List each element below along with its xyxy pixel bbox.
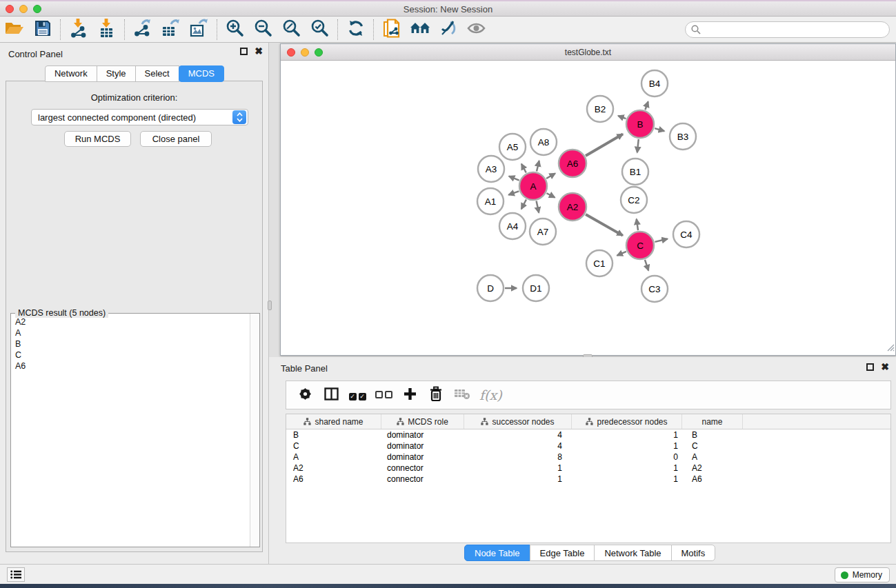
graph-edge-A-A8[interactable] <box>537 161 539 171</box>
table-row[interactable]: A2connector11A2 <box>286 463 890 474</box>
search-input[interactable] <box>685 21 890 38</box>
table-row[interactable]: Bdominator41B <box>286 429 890 440</box>
graph-edge-C-C1[interactable] <box>617 252 626 256</box>
graph-edge-A-A6[interactable] <box>546 174 555 179</box>
graph-edge-C-C4[interactable] <box>655 239 667 242</box>
graph-node-C1[interactable]: C1 <box>586 250 613 276</box>
deselect-all-button[interactable] <box>370 383 397 407</box>
column-header-name[interactable]: name <box>682 414 743 429</box>
hide-selected-button[interactable] <box>434 18 462 41</box>
function-builder-button[interactable]: f(x) <box>479 387 502 403</box>
tab-network-table[interactable]: Network Table <box>594 545 671 561</box>
graph-node-A7[interactable]: A7 <box>530 219 556 245</box>
graph-node-C[interactable]: C <box>626 232 654 259</box>
graph-node-B1[interactable]: B1 <box>622 159 648 185</box>
graph-node-B3[interactable]: B3 <box>670 123 696 150</box>
mcds-result-item[interactable]: A <box>11 327 250 338</box>
graph-edge-B-B4[interactable] <box>645 101 648 110</box>
mcds-result-item[interactable]: B <box>11 338 250 349</box>
network-window-titlebar[interactable]: testGlobe.txt <box>281 44 895 61</box>
table-row[interactable]: A6connector11A6 <box>286 474 890 485</box>
create-column-button[interactable] <box>397 383 423 407</box>
graph-edge-A6-B[interactable] <box>586 134 623 156</box>
graph-edge-A-A5[interactable] <box>521 164 526 173</box>
zoom-in-button[interactable] <box>221 18 249 41</box>
first-neighbors-button[interactable] <box>406 18 434 41</box>
window-resize-grip[interactable] <box>886 342 895 354</box>
delete-column-button[interactable] <box>423 383 449 407</box>
mcds-result-item[interactable]: A2 <box>11 316 250 327</box>
tab-network[interactable]: Network <box>45 65 97 82</box>
graph-edge-A-A7[interactable] <box>537 201 539 213</box>
criterion-dropdown[interactable]: largest connected component (directed) <box>31 109 248 125</box>
float-panel-icon[interactable] <box>240 48 248 55</box>
mcds-result-item[interactable]: C <box>11 349 250 361</box>
close-table-panel-icon[interactable]: ✖ <box>881 363 889 371</box>
graph-node-A4[interactable]: A4 <box>499 213 526 239</box>
export-table-button[interactable] <box>157 18 185 41</box>
zoom-selected-button[interactable] <box>306 18 334 41</box>
graph-node-A8[interactable]: A8 <box>530 129 557 155</box>
graph-edge-A-A2[interactable] <box>546 193 555 197</box>
graph-node-B4[interactable]: B4 <box>641 70 668 97</box>
table-row[interactable]: Adominator80A <box>286 452 890 463</box>
tab-edge-table[interactable]: Edge Table <box>530 545 595 561</box>
close-panel-button[interactable]: Close panel <box>140 131 212 147</box>
graph-node-B2[interactable]: B2 <box>587 96 613 122</box>
column-header-predecessor-nodes[interactable]: predecessor nodes <box>572 414 682 429</box>
run-mcds-button[interactable]: Run MCDS <box>64 131 131 147</box>
graph-edge-A-A3[interactable] <box>509 176 519 181</box>
export-network-button[interactable] <box>128 18 157 41</box>
graph-edge-C-C3[interactable] <box>645 260 648 271</box>
float-table-panel-icon[interactable] <box>866 363 874 371</box>
graph-node-A5[interactable]: A5 <box>499 134 526 160</box>
show-columns-button[interactable] <box>318 383 344 407</box>
tab-motifs[interactable]: Motifs <box>671 545 716 561</box>
vertical-splitter-handle[interactable] <box>268 301 272 310</box>
graph-edge-B-B2[interactable] <box>618 116 626 119</box>
graph-edge-A2-C[interactable] <box>586 214 623 236</box>
graph-edge-C-C2[interactable] <box>637 219 638 230</box>
graph-edge-A-A4[interactable] <box>521 200 526 210</box>
save-session-button[interactable] <box>28 18 57 41</box>
graph-node-A1[interactable]: A1 <box>477 188 504 214</box>
select-all-button[interactable]: ✓✓ <box>344 383 370 407</box>
table-row[interactable]: Cdominator41C <box>286 440 890 452</box>
graph-node-C3[interactable]: C3 <box>641 276 668 302</box>
column-header-shared-name[interactable]: shared name <box>286 414 381 429</box>
memory-button[interactable]: Memory <box>835 567 890 582</box>
graph-node-D[interactable]: D <box>477 275 504 301</box>
graph-edge-B-B3[interactable] <box>655 128 664 131</box>
import-table-button[interactable] <box>92 18 121 41</box>
tab-style[interactable]: Style <box>97 65 136 82</box>
zoom-out-button[interactable] <box>249 18 277 41</box>
graph-edge-B-B1[interactable] <box>637 139 639 152</box>
network-canvas[interactable]: B4B2BB3A5A8A6A3B1AA1C2A2A4A7C4CC1C3DD1 <box>281 61 895 355</box>
graph-node-B[interactable]: B <box>626 110 654 138</box>
task-history-button[interactable] <box>7 567 25 582</box>
close-panel-icon[interactable]: ✖ <box>255 48 263 55</box>
graph-node-A[interactable]: A <box>519 172 547 200</box>
graph-node-C2[interactable]: C2 <box>621 187 647 213</box>
graph-node-A2[interactable]: A2 <box>559 193 586 221</box>
zoom-fit-button[interactable] <box>277 18 306 41</box>
show-all-button[interactable] <box>462 18 490 41</box>
graph-node-C4[interactable]: C4 <box>673 221 699 247</box>
column-header-successor-nodes[interactable]: successor nodes <box>464 414 572 429</box>
column-header-mcds-role[interactable]: MCDS role <box>381 414 464 429</box>
graph-node-A6[interactable]: A6 <box>559 150 586 177</box>
tab-select[interactable]: Select <box>135 65 179 82</box>
graph-node-A3[interactable]: A3 <box>478 156 504 182</box>
mcds-result-item[interactable]: A6 <box>11 361 250 372</box>
apply-layout-button[interactable] <box>341 18 370 41</box>
table-options-button[interactable] <box>292 383 318 407</box>
open-session-button[interactable] <box>0 18 28 41</box>
new-network-from-selection-button[interactable] <box>377 18 406 41</box>
graph-edge-A-A1[interactable] <box>508 191 519 194</box>
delete-table-button[interactable] <box>449 383 475 407</box>
graph-node-D1[interactable]: D1 <box>523 275 549 301</box>
import-network-button[interactable] <box>64 18 92 41</box>
export-image-button[interactable] <box>185 18 213 41</box>
tab-mcds[interactable]: MCDS <box>179 65 224 82</box>
mcds-result-scrollbar[interactable] <box>250 314 259 547</box>
